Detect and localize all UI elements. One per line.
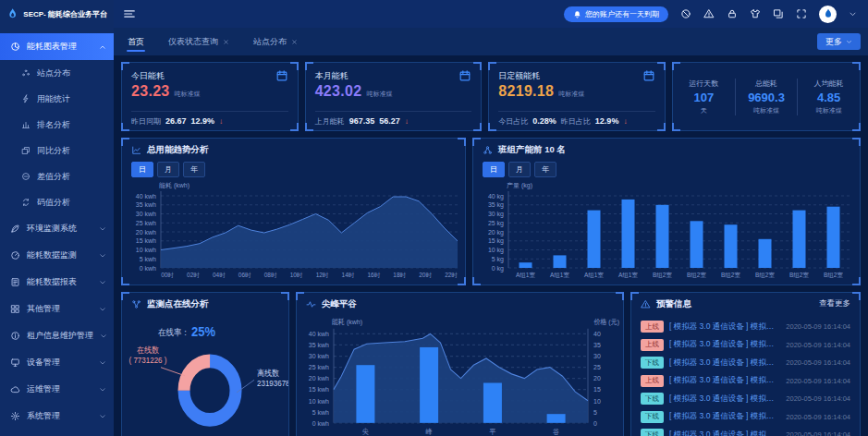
sidebar-group[interactable]: 运维管理 bbox=[0, 376, 114, 403]
panel-title-text: 尖峰平谷 bbox=[322, 298, 357, 310]
warning-icon[interactable] bbox=[703, 8, 715, 19]
close-icon[interactable] bbox=[291, 39, 298, 45]
sidebar-item[interactable]: 用能统计 bbox=[0, 86, 114, 112]
sidebar-group-label: 能耗图表管理 bbox=[27, 41, 77, 53]
svg-text:02时: 02时 bbox=[187, 272, 200, 278]
period-tabs: 日月年 bbox=[473, 161, 860, 179]
lock-icon[interactable] bbox=[727, 8, 738, 19]
svg-text:30 kwh: 30 kwh bbox=[309, 352, 329, 361]
sidebar-item-label: 站点分布 bbox=[37, 67, 70, 79]
sidebar-group[interactable]: 设备管理 bbox=[0, 349, 114, 376]
tab-label: 仪表状态查询 bbox=[168, 36, 218, 48]
avatar[interactable] bbox=[819, 6, 837, 23]
stat-card: 日定额能耗 8219.18 吨标准煤 今日占比 0.28% 昨日占比 12.9%… bbox=[488, 62, 666, 131]
svg-text:10: 10 bbox=[593, 396, 601, 406]
svg-text:20 kwh: 20 kwh bbox=[309, 374, 329, 383]
stat-footer-label: 昨日同期 bbox=[131, 116, 161, 127]
sidebar-group[interactable]: 其他管理 bbox=[0, 296, 114, 322]
stat-card-value: 423.02 bbox=[315, 83, 362, 100]
svg-text:35 kwh: 35 kwh bbox=[136, 201, 156, 208]
more-button[interactable]: 更多 bbox=[817, 33, 861, 50]
alert-row[interactable]: 下线 [ 模拟器 3.0 通信设备 ] 模拟器 3.0... 2020-05-0… bbox=[641, 408, 850, 427]
period-tab[interactable]: 月 bbox=[508, 162, 531, 177]
sidebar-item[interactable]: 排名分析 bbox=[0, 112, 114, 138]
alert-text: [ 模拟器 3.0 通信设备 ] 模拟器 3.0... bbox=[669, 394, 780, 405]
charts-row-1: 总用能趋势分析 日月年 0 kwh5 kwh10 kwh15 kwh20 kwh… bbox=[121, 138, 861, 285]
tab-label: 站点分布 bbox=[253, 36, 287, 48]
alert-row[interactable]: 下线 [ 模拟器 3.0 通信设备 ] 模拟器 3.0... 2020-05-0… bbox=[641, 390, 850, 408]
chevron-down-icon bbox=[99, 279, 106, 286]
period-tab[interactable]: 日 bbox=[483, 162, 505, 177]
svg-text:20时: 20时 bbox=[419, 272, 432, 278]
alert-row[interactable]: 上线 [ 模拟器 3.0 通信设备 ] 模拟器 3.0... 2020-05-0… bbox=[641, 372, 850, 391]
topbar-icons bbox=[680, 8, 807, 19]
summary-unit: 天 bbox=[673, 106, 735, 115]
shirt-icon[interactable] bbox=[750, 8, 761, 19]
ban-icon[interactable] bbox=[680, 8, 691, 19]
expand-icon[interactable] bbox=[796, 8, 807, 19]
sidebar-item[interactable]: 同比分析 bbox=[0, 138, 114, 164]
period-tab[interactable]: 年 bbox=[534, 162, 556, 177]
svg-text:16时: 16时 bbox=[367, 272, 380, 278]
tab[interactable]: 仪表状态查询 bbox=[156, 28, 241, 55]
alert-row[interactable]: 上线 [ 模拟器 3.0 通信设备 ] 模拟器 3.0... 2020-05-0… bbox=[641, 318, 850, 336]
svg-text:尖: 尖 bbox=[362, 428, 369, 436]
sidebar-group[interactable]: 系统管理 bbox=[0, 403, 114, 430]
panel-team-production: 班组产能前 10 名 日月年 0 kg5 kg10 kg15 kg20 kg25… bbox=[472, 138, 861, 285]
chevron-down-icon[interactable] bbox=[849, 10, 857, 18]
pulse-icon bbox=[306, 299, 316, 309]
energy-trend-chart: 0 kwh5 kwh10 kwh15 kwh20 kwh25 kwh30 kwh… bbox=[122, 179, 465, 285]
collapse-menu-icon[interactable] bbox=[123, 7, 136, 20]
account-expiry-notice[interactable]: 您的账户还有一天到期 bbox=[564, 6, 668, 22]
stat-card-value: 8219.18 bbox=[498, 83, 554, 100]
close-icon[interactable] bbox=[223, 39, 229, 45]
avatar-flame-icon bbox=[823, 8, 834, 19]
alert-timestamp: 2020-05-09 16:14:04 bbox=[786, 413, 850, 421]
tab[interactable]: 首页 bbox=[116, 28, 156, 55]
pie-icon bbox=[10, 42, 20, 52]
summary-item: 总能耗 9690.3 吨标准煤 bbox=[735, 79, 798, 115]
sidebar-group-label: 租户信息维护管理 bbox=[27, 330, 93, 342]
alert-row[interactable]: 下线 [ 模拟器 3.0 通信设备 ] 模拟器 3.0... 2020-05-0… bbox=[641, 426, 850, 436]
sidebar-item[interactable]: 站点分布 bbox=[0, 60, 114, 86]
tab[interactable]: 站点分布 bbox=[241, 28, 310, 55]
panel-title: 班组产能前 10 名 bbox=[473, 139, 860, 161]
svg-text:B组2室: B组2室 bbox=[653, 272, 672, 278]
stat-footer-label: 今日占比 bbox=[498, 116, 528, 127]
alert-timestamp: 2020-05-09 16:14:04 bbox=[786, 322, 850, 331]
sidebar-group[interactable]: 能耗数据报表 bbox=[0, 269, 114, 296]
stat-card-unit: 吨标准煤 bbox=[366, 90, 392, 99]
sidebar-group[interactable]: 能耗图表管理 bbox=[0, 33, 114, 60]
windows-icon[interactable] bbox=[773, 8, 784, 19]
alert-row[interactable]: 下线 [ 模拟器 3.0 通信设备 ] 模拟器 3.0... 2020-05-0… bbox=[641, 354, 850, 372]
sidebar-group[interactable]: 环境监测系统 bbox=[0, 215, 114, 242]
trend-down-arrow: ↓ bbox=[623, 117, 627, 126]
svg-text:25%: 25% bbox=[191, 323, 215, 339]
summary-label: 总能耗 bbox=[736, 79, 798, 89]
sidebar-item[interactable]: 差值分析 bbox=[0, 164, 114, 189]
view-more-link[interactable]: 查看更多 bbox=[819, 298, 850, 309]
period-tab[interactable]: 月 bbox=[157, 162, 179, 177]
svg-text:B组2室: B组2室 bbox=[789, 272, 809, 278]
stat-footer-value: 12.9% bbox=[191, 116, 215, 126]
sidebar-item[interactable]: 码值分析 bbox=[0, 189, 114, 215]
panel-title-text: 预警信息 bbox=[656, 298, 691, 310]
period-tab[interactable]: 日 bbox=[131, 162, 153, 177]
svg-text:B组2室: B组2室 bbox=[721, 272, 740, 278]
status-badge: 下线 bbox=[641, 393, 664, 405]
svg-text:00时: 00时 bbox=[161, 272, 174, 278]
svg-text:峰: 峰 bbox=[426, 428, 433, 436]
line-chart-icon bbox=[131, 145, 141, 155]
svg-text:15 kg: 15 kg bbox=[488, 237, 504, 245]
sidebar-group[interactable]: 租户信息维护管理 bbox=[0, 322, 114, 349]
sidebar-group[interactable]: 能耗数据监测 bbox=[0, 242, 114, 269]
alert-row[interactable]: 上线 [ 模拟器 3.0 通信设备 ] 模拟器 3.0... 2020-05-0… bbox=[641, 336, 850, 355]
alert-text: [ 模拟器 3.0 通信设备 ] 模拟器 3.0... bbox=[669, 375, 780, 386]
svg-text:5 kwh: 5 kwh bbox=[140, 256, 156, 262]
period-tab[interactable]: 年 bbox=[183, 162, 205, 177]
svg-text:0 kwh: 0 kwh bbox=[140, 265, 156, 272]
stat-cards-row: 今日能耗 23.23 吨标准煤 昨日同期 26.67 12.9% ↓ 本月能耗 … bbox=[121, 62, 861, 131]
calendar-icon bbox=[275, 69, 288, 82]
svg-text:B组2室: B组2室 bbox=[687, 272, 706, 278]
charts-row-2: 监测点在线分析 在线率：25%在线数( 7731226 )离线数23193678… bbox=[121, 292, 861, 430]
